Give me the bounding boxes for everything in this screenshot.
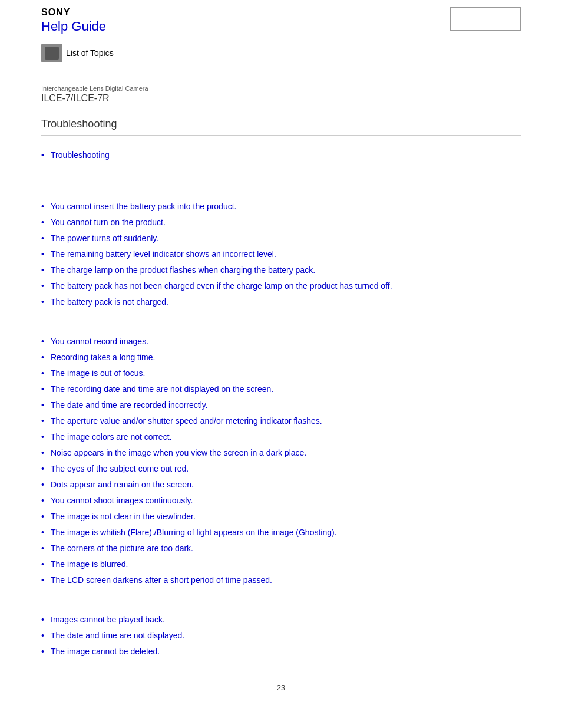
top-links-list: Troubleshooting	[41, 147, 521, 163]
list-item: You cannot record images.	[41, 334, 521, 350]
recording-link[interactable]: Noise appears in the image when you view…	[51, 448, 306, 457]
recording-link[interactable]: The image is out of focus.	[51, 368, 145, 378]
list-item: The date and time are not displayed.	[41, 628, 521, 644]
list-item: Noise appears in the image when you view…	[41, 445, 521, 461]
list-item: The image cannot be deleted.	[41, 644, 521, 660]
topics-label[interactable]: List of Topics	[66, 48, 114, 58]
recording-link[interactable]: The image is not clear in the viewfinder…	[51, 512, 196, 521]
recording-link[interactable]: The aperture value and/or shutter speed …	[51, 416, 322, 426]
help-guide-title[interactable]: Help Guide	[41, 19, 106, 34]
recording-link[interactable]: The eyes of the subject come out red.	[51, 464, 189, 473]
list-item: The aperture value and/or shutter speed …	[41, 413, 521, 429]
recording-link[interactable]: The image is blurred.	[51, 559, 128, 569]
list-item: Recording takes a long time.	[41, 350, 521, 365]
list-item: You cannot shoot images continuously.	[41, 493, 521, 509]
playback-link[interactable]: Images cannot be played back.	[51, 615, 165, 624]
battery-link[interactable]: The remaining battery level indicator sh…	[51, 249, 276, 259]
list-item: The corners of the picture are too dark.	[41, 541, 521, 556]
spacer-5	[41, 600, 521, 612]
battery-link[interactable]: The battery pack has not been charged ev…	[51, 281, 392, 291]
spacer-2	[41, 175, 521, 187]
list-item: The battery pack is not charged.	[41, 294, 521, 310]
list-item: The image is blurred.	[41, 556, 521, 572]
list-item: The image colors are not correct.	[41, 429, 521, 445]
page-number: 23	[0, 671, 562, 698]
battery-link[interactable]: The power turns off suddenly.	[51, 233, 158, 243]
playback-link[interactable]: The image cannot be deleted.	[51, 647, 160, 656]
battery-link[interactable]: You cannot insert the battery pack into …	[51, 202, 236, 211]
recording-link[interactable]: The image is whitish (Flare)./Blurring o…	[51, 528, 337, 537]
list-item: The battery pack has not been charged ev…	[41, 278, 521, 294]
list-item: Dots appear and remain on the screen.	[41, 477, 521, 493]
device-subtitle: Interchangeable Lens Digital Camera	[41, 85, 521, 92]
section-heading: Troubleshooting	[0, 106, 562, 135]
recording-link[interactable]: You cannot record images.	[51, 337, 148, 346]
top-links-section: Troubleshooting	[41, 147, 521, 163]
list-item: The eyes of the subject come out red.	[41, 461, 521, 477]
list-item: The charge lamp on the product flashes w…	[41, 262, 521, 278]
recording-link[interactable]: Recording takes a long time.	[51, 353, 155, 362]
list-item: The recording date and time are not disp…	[41, 381, 521, 397]
troubleshooting-link[interactable]: Troubleshooting	[51, 150, 110, 160]
section-divider	[41, 135, 521, 136]
recording-link[interactable]: The recording date and time are not disp…	[51, 384, 273, 394]
list-item: You cannot insert the battery pack into …	[41, 199, 521, 215]
list-item: Troubleshooting	[41, 147, 521, 163]
page-header: SONY Help Guide	[0, 0, 562, 39]
recording-link[interactable]: The corners of the picture are too dark.	[51, 543, 193, 553]
topics-icon	[41, 44, 62, 62]
search-box[interactable]	[450, 7, 521, 31]
list-of-topics-bar[interactable]: List of Topics	[0, 44, 562, 62]
battery-links-list: You cannot insert the battery pack into …	[41, 199, 521, 310]
spacer-1	[0, 62, 562, 74]
recording-links-list: You cannot record images.Recording takes…	[41, 334, 521, 588]
playback-links-list: Images cannot be played back.The date an…	[41, 612, 521, 660]
header-left: SONY Help Guide	[41, 7, 106, 34]
spacer-3	[41, 187, 521, 199]
device-info: Interchangeable Lens Digital Camera ILCE…	[0, 74, 562, 106]
list-item: The remaining battery level indicator sh…	[41, 246, 521, 262]
list-item: The date and time are recorded incorrect…	[41, 397, 521, 413]
list-item: The LCD screen darkens after a short per…	[41, 572, 521, 588]
list-item: Images cannot be played back.	[41, 612, 521, 628]
recording-link[interactable]: The date and time are recorded incorrect…	[51, 400, 208, 410]
list-item: The power turns off suddenly.	[41, 230, 521, 246]
sony-logo: SONY	[41, 7, 106, 18]
playback-link[interactable]: The date and time are not displayed.	[51, 631, 184, 640]
battery-link[interactable]: The charge lamp on the product flashes w…	[51, 265, 315, 275]
list-item: The image is whitish (Flare)./Blurring o…	[41, 525, 521, 541]
battery-link[interactable]: The battery pack is not charged.	[51, 297, 168, 307]
main-content: Troubleshooting You cannot insert the ba…	[0, 147, 562, 660]
list-item: The image is not clear in the viewfinder…	[41, 509, 521, 525]
topics-icon-inner	[45, 47, 59, 60]
recording-link[interactable]: The LCD screen darkens after a short per…	[51, 575, 272, 585]
battery-link[interactable]: You cannot turn on the product.	[51, 218, 166, 227]
list-item: The image is out of focus.	[41, 365, 521, 381]
list-item: You cannot turn on the product.	[41, 215, 521, 230]
recording-link[interactable]: The image colors are not correct.	[51, 432, 171, 442]
spacer-4	[41, 322, 521, 334]
recording-link[interactable]: You cannot shoot images continuously.	[51, 496, 193, 505]
device-model: ILCE-7/ILCE-7R	[41, 93, 521, 104]
recording-link[interactable]: Dots appear and remain on the screen.	[51, 480, 194, 489]
